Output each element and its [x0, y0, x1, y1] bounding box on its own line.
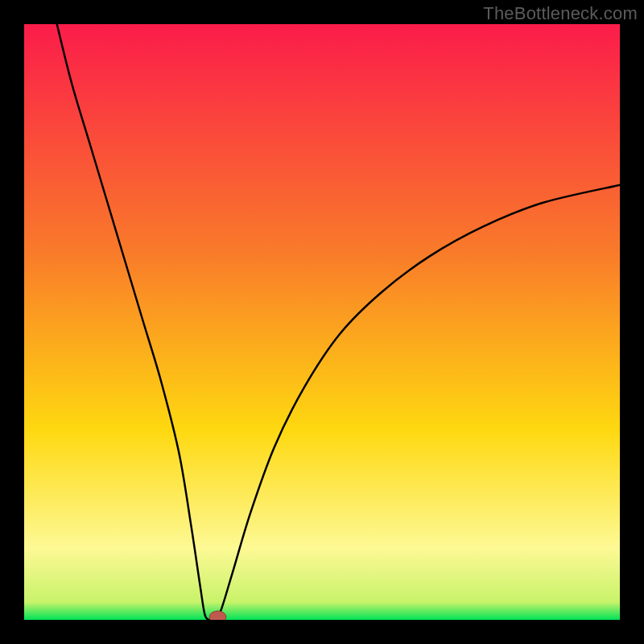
optimal-point-marker — [209, 611, 226, 620]
watermark-label: TheBottleneck.com — [483, 3, 638, 24]
chart-frame: TheBottleneck.com — [0, 0, 644, 644]
plot-area — [24, 24, 620, 620]
bottleneck-chart — [24, 24, 620, 620]
gradient-background — [24, 24, 620, 620]
